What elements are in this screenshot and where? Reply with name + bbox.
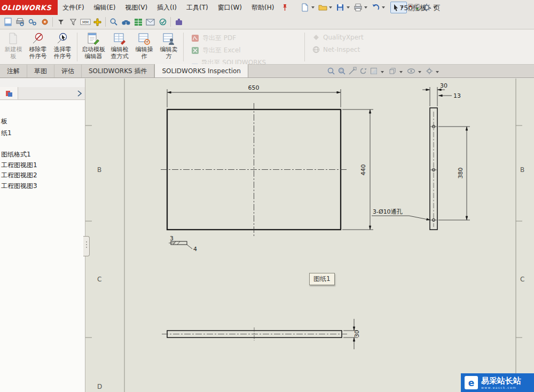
menu-view[interactable]: 视图(V): [121, 0, 153, 15]
panel-expand-chevron-icon[interactable]: [77, 90, 82, 97]
svg-text:MM: MM: [82, 20, 88, 25]
panel-splitter-handle[interactable]: [83, 236, 90, 256]
export-group: 导出至 PDF 导出至 Excel 导出至 SOLIDWORKS Inspect…: [186, 30, 302, 64]
side-view[interactable]: 30 13 380 3-Ø10通孔: [372, 82, 470, 230]
tab-solidworks-addins[interactable]: SOLIDWORKS 插件: [82, 65, 154, 77]
stamp-icon[interactable]: [156, 16, 169, 28]
new-document-icon[interactable]: [299, 2, 311, 13]
feature-tree: 板 纸1 图纸格式1 工程图视图1 工程图视图2 工程图视图3: [0, 100, 85, 392]
watermark-subtitle: www.easck.com: [481, 386, 521, 389]
net-inspect-button[interactable]: Net-Inspect: [312, 46, 392, 53]
zoom-fit-icon[interactable]: [327, 67, 335, 77]
dimension-30-bottom[interactable]: 30: [354, 330, 360, 338]
thickness-callout[interactable]: 3 4: [169, 235, 197, 253]
menu-tools[interactable]: 工具(T): [182, 0, 213, 15]
print-dropdown-icon[interactable]: [364, 6, 367, 9]
toolbar-separator: [52, 17, 53, 27]
tree-item[interactable]: 工程图视图3: [1, 182, 37, 191]
magnetic-line-icon[interactable]: [348, 67, 357, 77]
edit-operations-button[interactable]: 编辑操 作: [132, 30, 156, 64]
undo-dropdown-icon[interactable]: [382, 6, 385, 9]
integrations-group: QualityXpert Net-Inspect: [307, 30, 398, 64]
qualityxpert-button[interactable]: QualityXpert: [312, 34, 392, 41]
hide-show-dropdown-icon[interactable]: [418, 71, 421, 73]
dimension-440[interactable]: 440: [360, 164, 367, 176]
section-view-icon[interactable]: [370, 67, 378, 77]
feature-manager-panel: 板 纸1 图纸格式1 工程图视图1 工程图视图2 工程图视图3: [0, 79, 85, 392]
display-style-icon[interactable]: [388, 67, 397, 77]
graphics-area[interactable]: B C D B C 650 440: [85, 79, 534, 392]
menu-window[interactable]: 窗口(W): [213, 0, 247, 15]
pdf-icon: [191, 34, 199, 42]
tab-annotation[interactable]: 注解: [0, 65, 27, 77]
dimension-4[interactable]: 4: [193, 246, 197, 253]
front-view[interactable]: 650 440 3 4: [161, 84, 373, 253]
units-icon[interactable]: MM: [79, 16, 91, 28]
send-icon[interactable]: [144, 16, 156, 28]
watermark-logo-icon: e: [465, 376, 478, 389]
open-folder-icon[interactable]: [317, 2, 328, 13]
menu-edit[interactable]: 编辑(E): [89, 0, 121, 15]
dimension-30-top[interactable]: 30: [440, 82, 447, 89]
sheet-format-icon[interactable]: [2, 16, 14, 28]
inspection-panel-tab[interactable]: [0, 87, 18, 99]
open-dropdown-icon[interactable]: [329, 6, 332, 9]
addin-icon[interactable]: [172, 16, 185, 28]
tree-item[interactable]: 工程图视图1: [1, 161, 37, 170]
export-excel-button[interactable]: 导出至 Excel: [191, 46, 297, 55]
save-dropdown-icon[interactable]: [347, 6, 350, 9]
secondary-toolbar: MM: [0, 15, 534, 29]
hide-show-items-icon[interactable]: [407, 68, 415, 76]
filter-dropdown-icon[interactable]: [54, 16, 67, 28]
display-style-dropdown-icon[interactable]: [399, 71, 403, 73]
template-editor-icon: [87, 32, 100, 45]
edit-vendors-icon: [162, 32, 175, 45]
undo-icon[interactable]: [370, 2, 381, 13]
solidworks-logo: OLIDWORKS: [0, 0, 58, 15]
tree-item[interactable]: 图纸格式1: [1, 150, 31, 159]
dimension-380[interactable]: 380: [457, 168, 464, 179]
dimension-650[interactable]: 650: [248, 84, 260, 91]
bottom-view[interactable]: 30: [162, 319, 360, 349]
select-cursor-icon[interactable]: [391, 3, 400, 12]
pin-menu-icon[interactable]: [279, 2, 290, 13]
zoom-tool-icon[interactable]: [107, 16, 120, 28]
print-icon[interactable]: [352, 2, 364, 13]
dimension-3[interactable]: 3: [170, 235, 174, 242]
add-symbol-icon[interactable]: [91, 16, 104, 28]
menu-help[interactable]: 帮助(H): [247, 0, 279, 15]
export-pdf-button[interactable]: 导出至 PDF: [191, 34, 297, 43]
view-settings-icon[interactable]: [426, 67, 433, 76]
tab-solidworks-inspection[interactable]: SOLIDWORKS Inspection: [154, 64, 248, 77]
drawing-viewport[interactable]: B C D B C 650 440: [85, 79, 534, 392]
model-settings-icon[interactable]: [38, 16, 51, 28]
select-balloon-icon: [56, 32, 69, 45]
dimension-13[interactable]: 13: [453, 92, 461, 99]
tab-evaluate[interactable]: 评估: [54, 65, 82, 77]
find-binoculars-icon[interactable]: [120, 16, 132, 28]
refresh-view-icon[interactable]: [359, 67, 367, 77]
tab-sketch[interactable]: 草图: [27, 65, 54, 77]
print-preview-icon[interactable]: [14, 16, 26, 28]
save-icon[interactable]: [334, 2, 346, 13]
edit-vendors-button[interactable]: 编辑卖 方: [156, 30, 181, 64]
menu-insert[interactable]: 插入(I): [152, 0, 182, 15]
menu-file[interactable]: 文件(F): [58, 0, 89, 15]
remove-balloon-button[interactable]: 移除零 件序号: [26, 30, 50, 64]
hole-note[interactable]: 3-Ø10通孔: [373, 208, 403, 215]
tree-item[interactable]: 纸1: [1, 129, 12, 138]
tree-item[interactable]: 板: [1, 117, 7, 126]
new-template-button[interactable]: 新建模 板: [1, 30, 26, 64]
ribbon-separator: [77, 33, 77, 61]
gears-icon[interactable]: [26, 16, 38, 28]
zoom-area-icon[interactable]: [337, 67, 346, 77]
funnel-icon[interactable]: [67, 16, 79, 28]
edit-characteristics-button[interactable]: 编辑检 查方式: [107, 30, 132, 64]
view-settings-dropdown-icon[interactable]: [436, 71, 439, 73]
new-dropdown-icon[interactable]: [311, 6, 315, 9]
table-icon[interactable]: [132, 16, 144, 28]
select-balloon-button[interactable]: 选择零 件序号: [50, 30, 75, 64]
tree-item[interactable]: 工程图视图2: [1, 171, 37, 180]
launch-template-editor-button[interactable]: 启动模板 编辑器: [80, 30, 107, 64]
section-dropdown-icon[interactable]: [381, 71, 384, 73]
